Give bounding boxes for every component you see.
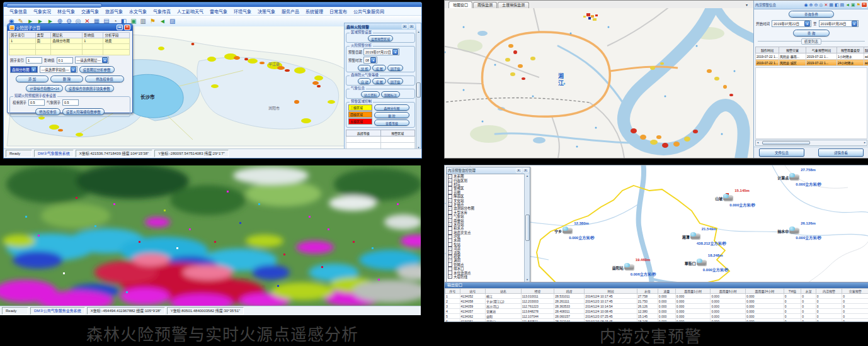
menu-item[interactable]: 人工影响天气: [174, 8, 207, 14]
set-missing-button[interactable]: 设置综合替换因子缺失参数: [65, 85, 114, 92]
menu-item[interactable]: 日常发布: [326, 8, 350, 14]
sidebar-titlebar[interactable]: 森林火险预警 ▾ ✕: [345, 23, 416, 30]
file-info-button[interactable]: 文件信息: [759, 148, 804, 157]
level-button[interactable]: 自 动: [358, 78, 371, 84]
close-icon[interactable]: ✕: [409, 24, 414, 29]
宁乡[interactable]: 宁乡 12.380m 0.000立方米/秒: [562, 228, 572, 233]
menu-item[interactable]: 气象实况: [30, 8, 54, 14]
table-row[interactable]: [9, 50, 130, 55]
tab[interactable]: 地图窗口: [448, 1, 472, 8]
menu-item[interactable]: 旅游气象: [102, 8, 126, 14]
analysis-button[interactable]: 分 析: [358, 65, 371, 71]
scroll-thumb[interactable]: [525, 215, 530, 241]
delete-button[interactable]: 删 除: [50, 75, 83, 82]
山坡[interactable]: 山坡 15.145m 0.000立方米/秒: [723, 195, 733, 201]
grid-icon[interactable]: ▦: [829, 3, 833, 7]
weather-button[interactable]: 制图标注: [381, 91, 400, 98]
menu-item[interactable]: 服务产品: [278, 8, 302, 14]
抽水中[interactable]: 抽水中 26.126m 0.000立方米/秒: [789, 228, 799, 233]
print-icon[interactable]: ▥: [140, 18, 146, 25]
satellite-image[interactable]: [0, 165, 421, 306]
image-icon[interactable]: ▣: [851, 3, 855, 7]
zoom-out-icon[interactable]: ⊖: [814, 3, 818, 7]
table-row[interactable]: 2019-07-22 1...风险县·城区2019-07-22 1...24小时…: [756, 60, 868, 66]
column-header[interactable]: 预警灾害: [779, 47, 806, 53]
table-row[interactable]: [9, 44, 130, 50]
zone-button[interactable]: 森林分布图: [374, 104, 409, 111]
table-row[interactable]: 2019-07-22 1...风险县·暴雨...2019-07-22 1...1…: [756, 53, 868, 60]
tab[interactable]: 雨情监测: [473, 2, 497, 8]
计算点[interactable]: 计算点 27.758m 0.000立方米/秒: [789, 174, 799, 180]
zoom-in-icon[interactable]: ⊕: [809, 3, 813, 7]
scroll-down-icon[interactable]: ▼: [526, 278, 528, 281]
factor-index-input[interactable]: 1: [26, 57, 42, 64]
table-row[interactable]: [346, 137, 415, 143]
modify-weight-button[interactable]: 修改权重值: [85, 75, 124, 82]
tab-overflow-icon[interactable]: ▾: [746, 3, 748, 7]
layer-select[interactable]: —请选择图层—: [75, 57, 110, 64]
menu-item[interactable]: 气象信息: [6, 8, 30, 14]
back-icon[interactable]: ◄: [845, 3, 850, 7]
add-button[interactable]: 添 加: [16, 75, 49, 82]
zone-button[interactable]: 查看等级: [374, 120, 409, 126]
collapse-icon[interactable]: ▾: [516, 168, 522, 173]
chart-icon[interactable]: ▨: [169, 18, 175, 25]
table-row[interactable]: [346, 143, 415, 149]
city-flood-map[interactable]: [445, 8, 753, 158]
set-level-button[interactable]: 设置火险等级指数参数: [62, 108, 105, 115]
filter-button[interactable]: 查询条件: [789, 11, 834, 18]
column-header[interactable]: 气象预警时间: [806, 47, 837, 53]
menu-item[interactable]: 雷电气象: [207, 8, 231, 14]
warn-date-select[interactable]: 2019年07月22日: [363, 48, 399, 55]
table-row[interactable]: 64134061草街口111.84051128.2121442014/12/4 …: [445, 319, 868, 323]
pan-icon[interactable]: ◎: [819, 3, 823, 7]
layer-item[interactable]: 大堤防线: [448, 275, 525, 279]
menu-item[interactable]: 公共气象服务网: [350, 8, 387, 14]
weight-input[interactable]: 0.1: [57, 57, 73, 64]
menu-item[interactable]: 水文气象: [126, 8, 150, 14]
table-row[interactable]: 24134058宁乡(双江口)112.20300328.2611112014/1…: [445, 299, 868, 304]
minimize-icon[interactable]: ▬: [117, 25, 123, 30]
scrollbar[interactable]: ▲ ▼: [416, 30, 421, 150]
set-region-button[interactable]: 设置预警区域: [368, 35, 393, 42]
column-header[interactable]: 制作时间: [756, 47, 779, 53]
globe-icon[interactable]: ◉: [804, 3, 808, 7]
field-select[interactable]: —请选择字段值—: [40, 66, 77, 73]
menu-item[interactable]: 交通气象: [78, 8, 102, 14]
weight-factor-input[interactable]: 0.5: [28, 99, 45, 106]
menu-item[interactable]: 系统管理: [302, 8, 326, 14]
modify-weight2-button[interactable]: 修改权重值: [35, 108, 60, 115]
flag-icon[interactable]: ⚑: [857, 3, 860, 7]
table-row[interactable]: 1面森林分布图1地类: [9, 38, 130, 44]
湘潭[interactable]: 湘潭 21.549m 438.212立方米/秒: [690, 233, 700, 239]
close-icon[interactable]: ✕: [523, 168, 528, 173]
scrollbar[interactable]: ▲ ▼: [524, 174, 530, 282]
column-header[interactable]: 预警雨量类型: [837, 47, 864, 53]
table-row[interactable]: 14134052桃江113.01001128.5310112014/12/4 1…: [445, 294, 868, 299]
zone-button[interactable]: 删 除: [374, 112, 409, 118]
back-icon[interactable]: ◄: [159, 18, 166, 25]
scroll-thumb[interactable]: [416, 82, 421, 98]
sidebar-titlebar[interactable]: 内涝预警信息 ◉⊕⊖◎✕▦◧▤◄▣⚑ ✕: [754, 1, 868, 9]
level-button[interactable]: 成 图: [372, 78, 385, 84]
horizontal-scrollbar[interactable]: [755, 140, 867, 146]
document-icon[interactable]: ▤: [840, 3, 845, 7]
close-icon[interactable]: ✕: [861, 2, 867, 8]
益阳站[interactable]: 益阳站 19.460m 0.006立方米/秒: [624, 264, 634, 270]
clear-icon[interactable]: ✕: [824, 3, 828, 7]
level-button[interactable]: 因子值: [387, 78, 403, 84]
warn-time-select[interactable]: 08: [363, 57, 377, 64]
close-icon[interactable]: ✕: [124, 25, 130, 30]
menu-item[interactable]: 林业气象: [54, 8, 78, 14]
menu-item[interactable]: 气象传真: [150, 8, 174, 14]
map-viewport[interactable]: 湘江: [445, 8, 753, 158]
menu-item[interactable]: 环境气象: [231, 8, 254, 14]
detail-view-button[interactable]: 详情查看: [818, 148, 864, 157]
flag-icon[interactable]: ⚑: [150, 18, 156, 25]
date-from-picker[interactable]: 2019年07月22日: [772, 20, 811, 27]
weather-factor-input[interactable]: 0.5: [62, 99, 79, 106]
weather-button[interactable]: 站点资料: [361, 91, 380, 98]
草街口[interactable]: 草街口 18.248m 0.000立方米/秒: [697, 260, 706, 265]
table-row[interactable]: 34134059高沙河口112.76122328.3635332014/12/4…: [445, 304, 868, 309]
selected-layer-select[interactable]: 森林分布图: [10, 66, 38, 73]
